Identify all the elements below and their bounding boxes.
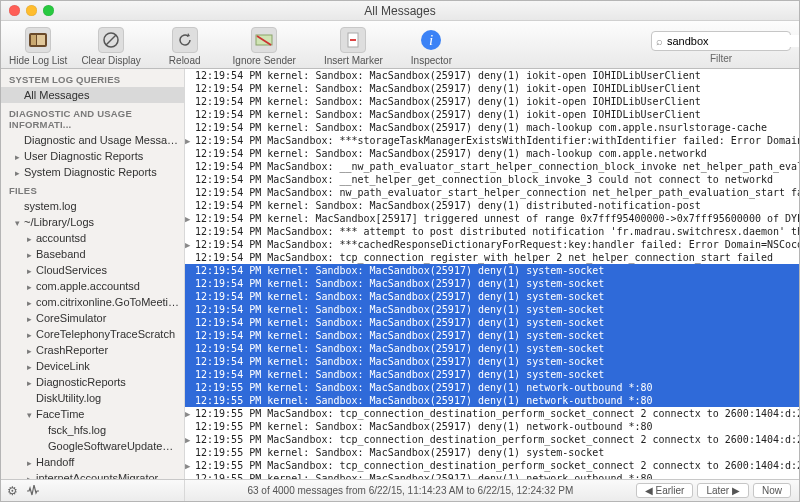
log-row[interactable]: 12:19:54 PM kernel: Sandbox: MacSandbox(… [185, 95, 799, 108]
log-row[interactable]: 12:19:55 PM kernel: Sandbox: MacSandbox(… [185, 420, 799, 433]
sidebar-item[interactable]: ▸CoreTelephonyTraceScratch [1, 326, 184, 342]
log-row[interactable]: 12:19:55 PM kernel: Sandbox: MacSandbox(… [185, 446, 799, 459]
now-button[interactable]: Now [753, 483, 791, 498]
sidebar-item[interactable]: Diagnostic and Usage Messages [1, 132, 184, 148]
disclosure-icon: ▸ [27, 346, 36, 356]
log-row[interactable]: ▶12:19:55 PM MacSandbox: tcp_connection_… [185, 407, 799, 420]
log-text: 12:19:54 PM kernel: Sandbox: MacSandbox(… [195, 291, 604, 302]
log-row[interactable]: 12:19:54 PM kernel: Sandbox: MacSandbox(… [185, 368, 799, 381]
clear-display-button[interactable]: Clear Display [81, 27, 140, 66]
sidebar-item[interactable]: ▾~/Library/Logs [1, 214, 184, 230]
log-row[interactable]: 12:19:55 PM kernel: Sandbox: MacSandbox(… [185, 472, 799, 479]
disclosure-icon: ▸ [27, 458, 36, 468]
activity-icon[interactable] [26, 485, 40, 497]
svg-line-4 [106, 35, 116, 45]
sidebar-item[interactable]: ▸DeviceLink [1, 358, 184, 374]
sidebar-item-label: CoreTelephonyTraceScratch [36, 328, 175, 340]
toolbar-label: Inspector [411, 55, 452, 66]
log-row[interactable]: 12:19:54 PM kernel: Sandbox: MacSandbox(… [185, 290, 799, 303]
sidebar-item[interactable]: ▸internetAccountsMigrator [1, 470, 184, 479]
later-button[interactable]: Later ▶ [697, 483, 749, 498]
disclosure-icon: ▾ [15, 218, 24, 228]
log-row[interactable]: 12:19:55 PM kernel: Sandbox: MacSandbox(… [185, 381, 799, 394]
sidebar-item-label: CloudServices [36, 264, 107, 276]
sidebar-item[interactable]: DiskUtility.log [1, 390, 184, 406]
gear-icon[interactable]: ⚙ [7, 484, 18, 498]
log-row[interactable]: 12:19:54 PM MacSandbox: __net_helper_get… [185, 173, 799, 186]
inspector-button[interactable]: i Inspector [411, 27, 452, 66]
toolbar-label: Clear Display [81, 55, 140, 66]
sidebar-section-header: SYSTEM LOG QUERIES [1, 69, 184, 87]
ignore-icon [251, 27, 277, 53]
sidebar-item[interactable]: ▾FaceTime [1, 406, 184, 422]
log-text: 12:19:54 PM kernel: Sandbox: MacSandbox(… [195, 278, 604, 289]
log-text: 12:19:54 PM kernel: Sandbox: MacSandbox(… [195, 304, 604, 315]
sidebar-item[interactable]: ▸CrashReporter [1, 342, 184, 358]
sidebar-item[interactable]: ▸DiagnosticReports [1, 374, 184, 390]
sidebar-item-label: internetAccountsMigrator [36, 472, 158, 479]
log-row[interactable]: 12:19:54 PM MacSandbox: __nw_path_evalua… [185, 160, 799, 173]
log-row[interactable]: 12:19:54 PM MacSandbox: tcp_connection_r… [185, 251, 799, 264]
log-text: 12:19:54 PM kernel: MacSandbox[25917] tr… [195, 213, 799, 224]
sidebar-item[interactable]: All Messages [1, 87, 184, 103]
earlier-button[interactable]: ◀ Earlier [636, 483, 694, 498]
log-text: 12:19:55 PM kernel: Sandbox: MacSandbox(… [195, 473, 653, 479]
log-row[interactable]: ▶12:19:55 PM MacSandbox: tcp_connection_… [185, 459, 799, 472]
sidebar-item[interactable]: ▸accountsd [1, 230, 184, 246]
search-input[interactable] [667, 35, 800, 47]
disclosure-icon: ▸ [27, 378, 36, 388]
log-row[interactable]: 12:19:54 PM kernel: Sandbox: MacSandbox(… [185, 355, 799, 368]
log-row[interactable]: ▶12:19:55 PM MacSandbox: tcp_connection_… [185, 433, 799, 446]
sidebar-item[interactable]: ▸com.citrixonline.GoToMeeting [1, 294, 184, 310]
log-row[interactable]: 12:19:54 PM kernel: Sandbox: MacSandbox(… [185, 121, 799, 134]
log-row[interactable]: 12:19:54 PM kernel: Sandbox: MacSandbox(… [185, 69, 799, 82]
sidebar[interactable]: SYSTEM LOG QUERIESAll MessagesDIAGNOSTIC… [1, 69, 185, 479]
log-text: 12:19:55 PM kernel: Sandbox: MacSandbox(… [195, 447, 604, 458]
log-row[interactable]: 12:19:54 PM kernel: Sandbox: MacSandbox(… [185, 199, 799, 212]
log-row[interactable]: 12:19:54 PM kernel: Sandbox: MacSandbox(… [185, 82, 799, 95]
sidebar-item[interactable]: ▸com.apple.accountsd [1, 278, 184, 294]
sidebar-item[interactable]: fsck_hfs.log [1, 422, 184, 438]
filter-search[interactable]: ⌕ ⓧ [651, 31, 791, 51]
titlebar: All Messages [1, 1, 799, 21]
marker-icon [340, 27, 366, 53]
search-icon: ⌕ [656, 35, 663, 47]
log-text: 12:19:54 PM kernel: Sandbox: MacSandbox(… [195, 356, 604, 367]
sidebar-item-label: ~/Library/Logs [24, 216, 94, 228]
log-row[interactable]: ▶12:19:54 PM MacSandbox: ***storageTaskM… [185, 134, 799, 147]
log-row[interactable]: ▶12:19:54 PM kernel: MacSandbox[25917] t… [185, 212, 799, 225]
log-row[interactable]: 12:19:54 PM kernel: Sandbox: MacSandbox(… [185, 264, 799, 277]
disclosure-icon: ▸ [27, 250, 36, 260]
log-text: 12:19:55 PM kernel: Sandbox: MacSandbox(… [195, 421, 653, 432]
log-row[interactable]: 12:19:54 PM kernel: Sandbox: MacSandbox(… [185, 303, 799, 316]
disclosure-icon: ▸ [27, 298, 36, 308]
log-row[interactable]: 12:19:54 PM kernel: Sandbox: MacSandbox(… [185, 147, 799, 160]
log-row[interactable]: 12:19:54 PM kernel: Sandbox: MacSandbox(… [185, 329, 799, 342]
log-messages-pane[interactable]: 12:19:54 PM kernel: Sandbox: MacSandbox(… [185, 69, 799, 479]
sidebar-item[interactable]: ▸System Diagnostic Reports [1, 164, 184, 180]
log-row[interactable]: 12:19:54 PM kernel: Sandbox: MacSandbox(… [185, 316, 799, 329]
sidebar-item[interactable]: system.log [1, 198, 184, 214]
log-text: 12:19:54 PM kernel: Sandbox: MacSandbox(… [195, 265, 604, 276]
sidebar-item[interactable]: ▸CoreSimulator [1, 310, 184, 326]
log-row[interactable]: 12:19:54 PM MacSandbox: nw_path_evaluato… [185, 186, 799, 199]
toolbar: Hide Log List Clear Display Reload Ignor… [1, 21, 799, 69]
log-text: 12:19:55 PM kernel: Sandbox: MacSandbox(… [195, 395, 653, 406]
sidebar-item[interactable]: ▸Handoff [1, 454, 184, 470]
sidebar-item[interactable]: ▸Baseband [1, 246, 184, 262]
log-row[interactable]: 12:19:54 PM MacSandbox: *** attempt to p… [185, 225, 799, 238]
sidebar-item[interactable]: ▸CloudServices [1, 262, 184, 278]
insert-marker-button[interactable]: Insert Marker [324, 27, 383, 66]
ignore-sender-button[interactable]: Ignore Sender [233, 27, 296, 66]
log-row[interactable]: 12:19:54 PM kernel: Sandbox: MacSandbox(… [185, 277, 799, 290]
toolbar-label: Reload [169, 55, 201, 66]
log-row[interactable]: ▶12:19:54 PM MacSandbox: ***cachedRespon… [185, 238, 799, 251]
sidebar-section-header: FILES [1, 180, 184, 198]
sidebar-item[interactable]: GoogleSoftwareUpdateAgent.log [1, 438, 184, 454]
sidebar-item[interactable]: ▸User Diagnostic Reports [1, 148, 184, 164]
log-row[interactable]: 12:19:54 PM kernel: Sandbox: MacSandbox(… [185, 342, 799, 355]
log-row[interactable]: 12:19:55 PM kernel: Sandbox: MacSandbox(… [185, 394, 799, 407]
hide-log-list-button[interactable]: Hide Log List [9, 27, 67, 66]
log-row[interactable]: 12:19:54 PM kernel: Sandbox: MacSandbox(… [185, 108, 799, 121]
reload-button[interactable]: Reload [169, 27, 201, 66]
